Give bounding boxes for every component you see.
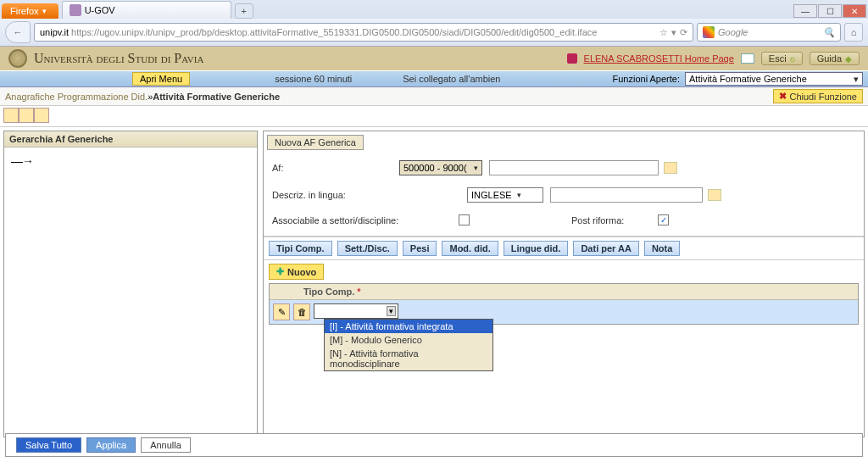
user-home-link[interactable]: ELENA SCABROSETTI Home Page bbox=[584, 53, 734, 64]
af-text-input[interactable] bbox=[489, 160, 659, 175]
tipo-comp-dropdown-list: [I] - Attività formativa integrata [M] -… bbox=[324, 319, 493, 371]
dropdown-option[interactable]: [M] - Modulo Generico bbox=[325, 333, 492, 347]
descrizione-label: Descriz. in lingua: bbox=[272, 190, 399, 200]
af-label: Af: bbox=[272, 163, 399, 173]
af-picker-icon[interactable] bbox=[664, 162, 677, 174]
tab-tipi-comp[interactable]: Tipi Comp. bbox=[269, 241, 332, 256]
funzioni-aperte-select[interactable]: Attività Formative Generiche bbox=[685, 72, 863, 86]
tab-title: U-GOV bbox=[85, 5, 115, 15]
nuovo-button[interactable]: ✚Nuovo bbox=[269, 264, 324, 280]
edit-row-icon[interactable]: ✎ bbox=[273, 303, 290, 320]
dropdown-option[interactable]: [I] - Attività formativa integrata bbox=[325, 320, 492, 333]
window-close-button[interactable]: ✕ bbox=[843, 4, 866, 18]
associabile-label: Associabile a settori/discipline: bbox=[272, 215, 459, 225]
layout-toolbar bbox=[0, 106, 868, 127]
url-bar[interactable]: unipv.it https://ugov.unipv.it/unipv_pro… bbox=[34, 23, 693, 42]
delete-row-icon[interactable]: 🗑 bbox=[293, 303, 310, 320]
tab-sett-disc[interactable]: Sett./Disc. bbox=[337, 241, 398, 256]
reload-icon[interactable]: ⟳ bbox=[680, 27, 687, 38]
af-range-select[interactable]: 500000 - 9000( bbox=[399, 160, 482, 175]
funzioni-aperte-label: Funzioni Aperte: bbox=[613, 74, 681, 84]
tab-favicon bbox=[70, 4, 81, 16]
grid-col-header: Tipo Comp. * bbox=[270, 284, 858, 300]
tab-nota[interactable]: Nota bbox=[644, 241, 680, 256]
layout-icon-1[interactable] bbox=[3, 108, 19, 123]
plus-icon: ✚ bbox=[276, 266, 284, 277]
url-host: unipv.it bbox=[40, 27, 69, 37]
connection-status: Sei collegato all'ambien bbox=[403, 74, 500, 84]
breadcrumb-parent[interactable]: Anagrafiche Programmazione Did. bbox=[5, 92, 147, 102]
nav-back-button[interactable]: ← bbox=[5, 21, 31, 43]
home-button[interactable]: ⌂ bbox=[844, 23, 863, 42]
descrizione-input[interactable] bbox=[550, 187, 703, 203]
apri-menu-button[interactable]: Apri Menu bbox=[132, 72, 190, 86]
window-minimize-button[interactable]: — bbox=[793, 4, 817, 18]
annulla-button[interactable]: Annulla bbox=[141, 437, 191, 453]
url-path: https://ugov.unipv.it/unipv_prod/bp/desk… bbox=[71, 27, 597, 37]
tab-mod-did[interactable]: Mod. did. bbox=[442, 241, 498, 256]
firefox-menu-button[interactable]: Firefox bbox=[2, 3, 58, 19]
dropdown-option[interactable]: [N] - Attività formativa monodisciplinar… bbox=[325, 347, 492, 370]
associabile-checkbox[interactable] bbox=[459, 214, 470, 225]
university-logo bbox=[8, 49, 27, 68]
applica-button[interactable]: Applica bbox=[86, 437, 136, 453]
url-dropdown-icon[interactable]: ▾ bbox=[671, 27, 676, 38]
lingua-select[interactable]: INGLESE bbox=[467, 187, 543, 203]
salva-tutto-button[interactable]: Salva Tutto bbox=[16, 437, 81, 453]
chiudi-funzione-button[interactable]: ✖Chiudi Funzione bbox=[773, 89, 864, 103]
help-icon: ◆ bbox=[845, 54, 852, 64]
help-button[interactable]: Guida◆ bbox=[810, 52, 860, 65]
mail-icon[interactable] bbox=[741, 53, 754, 64]
left-panel-title: Gerarchia Af Generiche bbox=[4, 131, 257, 148]
table-row: ✎ 🗑 [I] - Attività formativa integrata [… bbox=[270, 300, 858, 324]
search-placeholder: Google bbox=[718, 27, 748, 37]
browser-tab[interactable]: U-GOV bbox=[62, 1, 231, 19]
breadcrumb-current: Attività Formative Generiche bbox=[153, 92, 280, 102]
new-tab-button[interactable]: + bbox=[235, 3, 253, 19]
tipo-comp-select[interactable] bbox=[314, 303, 398, 319]
tree-arrow-icon[interactable]: —→ bbox=[11, 154, 33, 168]
tab-pesi[interactable]: Pesi bbox=[403, 241, 437, 256]
logout-icon: ⎋ bbox=[790, 54, 795, 64]
session-timer: sessione 60 minuti bbox=[275, 74, 352, 84]
close-icon: ✖ bbox=[779, 91, 787, 102]
post-riforma-label: Post riforma: bbox=[571, 215, 624, 225]
layout-icon-2[interactable] bbox=[19, 108, 34, 123]
descrizione-picker-icon[interactable] bbox=[708, 189, 721, 201]
logout-button[interactable]: Esci⎋ bbox=[761, 52, 803, 65]
window-maximize-button[interactable]: ☐ bbox=[818, 4, 842, 18]
layout-icon-3[interactable] bbox=[34, 108, 49, 123]
user-icon bbox=[567, 53, 577, 64]
search-icon[interactable]: 🔍 bbox=[823, 27, 835, 38]
post-riforma-checkbox[interactable]: ✓ bbox=[658, 214, 669, 225]
university-title: Università degli Studi di Pavia bbox=[34, 51, 203, 66]
tab-dati-per-aa[interactable]: Dati per AA bbox=[573, 241, 639, 256]
search-bar[interactable]: Google 🔍 bbox=[697, 23, 841, 42]
google-icon bbox=[703, 26, 715, 38]
nuova-af-generica-button[interactable]: Nuova AF Generica bbox=[267, 135, 364, 150]
bookmark-star-icon[interactable]: ☆ bbox=[659, 27, 668, 38]
tab-lingue-did[interactable]: Lingue did. bbox=[504, 241, 569, 256]
